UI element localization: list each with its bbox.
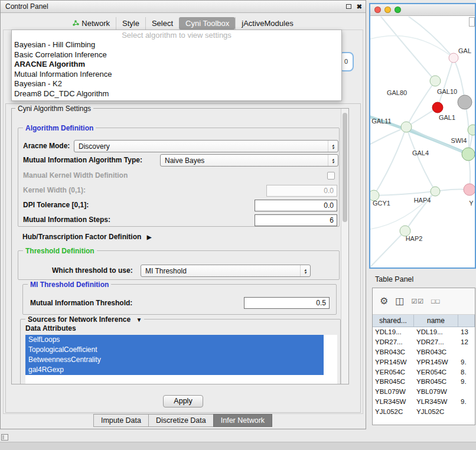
- network-node[interactable]: [462, 148, 475, 161]
- network-node[interactable]: [458, 95, 472, 109]
- data-attribute-item[interactable]: BetweennessCentrality: [25, 355, 324, 365]
- data-attribute-item[interactable]: TopologicalCoefficient: [25, 345, 324, 355]
- algorithm-option-dream8-dc-tdc-algorithm[interactable]: Dream8 DC_TDC Algorithm: [12, 89, 341, 99]
- algorithm-option-bayesian-k2[interactable]: Bayesian - K2: [12, 79, 341, 89]
- node-label: GAL80: [387, 89, 407, 96]
- column-header-extra[interactable]: [458, 315, 475, 327]
- data-attribute-item[interactable]: SelfLoops: [25, 335, 324, 345]
- table-cell: YLR345W: [373, 398, 414, 405]
- manual-kernel-width-checkbox: [327, 172, 335, 180]
- close-window-icon[interactable]: ✖: [357, 4, 362, 10]
- network-node[interactable]: [430, 76, 441, 86]
- hub-section-label: Hub/Transcription Factor Definition: [22, 233, 141, 241]
- chevron-right-icon[interactable]: ▶: [147, 234, 152, 240]
- network-node[interactable]: [449, 53, 458, 63]
- tab-style[interactable]: Style: [116, 17, 145, 30]
- node-label: HAP4: [414, 197, 431, 204]
- mi-algorithm-type-value: Naive Bayes: [165, 156, 204, 165]
- column-header-shared-name[interactable]: shared...: [373, 315, 414, 327]
- table-cell: YPR145W: [373, 358, 414, 366]
- table-cell: YDR27...: [373, 338, 414, 345]
- table-cell: YER054C: [414, 369, 458, 376]
- network-node[interactable]: [431, 187, 440, 196]
- tab-jactivemodules[interactable]: jActiveModules: [235, 17, 299, 30]
- network-window-titlebar: [370, 4, 475, 16]
- node-label: GAL11: [371, 118, 391, 125]
- table-cell: 9.: [458, 398, 475, 405]
- tab-cyni-toolbox[interactable]: Cyni Toolbox: [179, 17, 235, 30]
- network-edge: [381, 17, 435, 81]
- node-label: GAL4: [412, 149, 429, 156]
- network-edge: [409, 17, 454, 58]
- table-row[interactable]: YPR145WYPR145W9.: [373, 357, 475, 367]
- node-label: GAL: [458, 47, 471, 54]
- table-cell: YJL052C: [373, 408, 414, 415]
- network-graph-canvas[interactable]: GALGAL80GAL10GAL11GAL1SWI4GAL4GCY1HAP4YH…: [370, 17, 475, 269]
- minimized-panel-icon[interactable]: [1, 434, 8, 441]
- deselect-all-icon[interactable]: □□: [431, 296, 440, 306]
- cyni-bottom-tabs: Impute DataDiscretize DataInfer Network: [1, 414, 366, 427]
- table-row[interactable]: YBR045CYBR045C9.: [373, 377, 475, 387]
- table-cell: YBL079W: [373, 388, 414, 395]
- tab-label: Select: [152, 19, 173, 28]
- mi-steps-field[interactable]: 6: [255, 214, 337, 226]
- dpi-tolerance-field[interactable]: 0.0: [255, 200, 337, 211]
- table-cell: YPR145W: [414, 358, 458, 366]
- bottom-tab-discretize-data[interactable]: Discretize Data: [148, 414, 214, 427]
- node-label: HAP2: [406, 235, 423, 242]
- select-all-icon[interactable]: ☑☑: [411, 296, 424, 306]
- table-row[interactable]: YBL079WYBL079W: [373, 387, 475, 397]
- data-attribute-item[interactable]: gal4RGexp: [25, 365, 324, 375]
- float-window-icon[interactable]: [346, 4, 351, 9]
- mi-threshold-definition-group: MI Threshold Definition Mutual Informati…: [22, 284, 337, 315]
- network-edge: [370, 35, 454, 58]
- columns-icon[interactable]: ◫: [395, 296, 404, 306]
- network-node[interactable]: [464, 184, 475, 195]
- settings-scrollbar-thumb[interactable]: [343, 113, 347, 222]
- aracne-mode-select[interactable]: Discovery ▴▾: [74, 140, 338, 152]
- apply-button[interactable]: Apply: [163, 395, 203, 407]
- table-cell: YBR043C: [373, 348, 414, 356]
- minimize-traffic-icon[interactable]: [384, 6, 391, 13]
- bottom-tab-infer-network[interactable]: Infer Network: [213, 414, 272, 427]
- kernel-width-label: Kernel Width (0,1):: [23, 184, 86, 197]
- settings-scrollbar[interactable]: [341, 109, 348, 384]
- mi-algorithm-type-select[interactable]: Naive Bayes ▴▾: [160, 154, 338, 167]
- table-row[interactable]: YDR27...YDR27...12: [373, 337, 475, 347]
- table-row[interactable]: YLR345WYLR345W9.: [373, 397, 475, 407]
- tab-network[interactable]: Network: [67, 17, 116, 30]
- mi-threshold-field[interactable]: 0.5: [244, 297, 330, 309]
- which-threshold-value: MI Threshold: [145, 267, 187, 275]
- algorithm-option-basic-correlation-inference[interactable]: Basic Correlation Inference: [12, 50, 341, 60]
- gear-icon[interactable]: ⚙: [380, 296, 388, 306]
- table-cell: YBL079W: [414, 388, 458, 395]
- table-body: YDL19...YDL19...13YDR27...YDR27...12YBR0…: [373, 327, 475, 416]
- table-row[interactable]: YER054CYER054C8.: [373, 367, 475, 377]
- bottom-tab-impute-data[interactable]: Impute Data: [93, 414, 149, 427]
- which-threshold-select[interactable]: MI Threshold ▴▾: [141, 265, 311, 277]
- data-attributes-list[interactable]: SelfLoopsTopologicalCoefficientBetweenne…: [25, 335, 337, 384]
- control-panel-titlebar: Control Panel ✖: [1, 1, 366, 13]
- algorithm-option-mutual-information-inference[interactable]: Mutual Information Inference: [12, 70, 341, 80]
- table-row[interactable]: YDL19...YDL19...13: [373, 327, 475, 337]
- table-header: shared... name: [373, 315, 475, 327]
- tab-select[interactable]: Select: [145, 17, 179, 30]
- table-row[interactable]: YBR043CYBR043C: [373, 347, 475, 357]
- algorithm-option-bayesian-hill-climbing[interactable]: Bayesian - Hill Climbing: [12, 40, 341, 50]
- network-edge: [370, 231, 405, 267]
- table-row[interactable]: YJL052CYJL052C: [373, 406, 475, 416]
- mi-algorithm-type-label: Mutual Information Algorithm Type:: [23, 154, 142, 167]
- combo-arrows-icon: ▴▾: [328, 155, 338, 166]
- sources-title[interactable]: Sources for Network Inference ▼: [25, 315, 144, 324]
- algorithm-option-aracne-algorithm[interactable]: ARACNE Algorithm: [12, 60, 341, 70]
- column-header-name[interactable]: name: [414, 315, 458, 327]
- algorithm-definition-group: Algorithm Definition Aracne Mode: Discov…: [18, 128, 340, 227]
- node-label: Y: [469, 200, 474, 207]
- network-edge: [406, 81, 435, 127]
- network-node[interactable]: [432, 102, 443, 113]
- chevron-down-icon[interactable]: ▼: [136, 317, 142, 323]
- hub-transcription-factor-section[interactable]: Hub/Transcription Factor Definition ▶: [22, 233, 151, 241]
- close-traffic-icon[interactable]: [374, 6, 381, 13]
- zoom-traffic-icon[interactable]: [395, 6, 401, 13]
- network-node[interactable]: [401, 122, 412, 132]
